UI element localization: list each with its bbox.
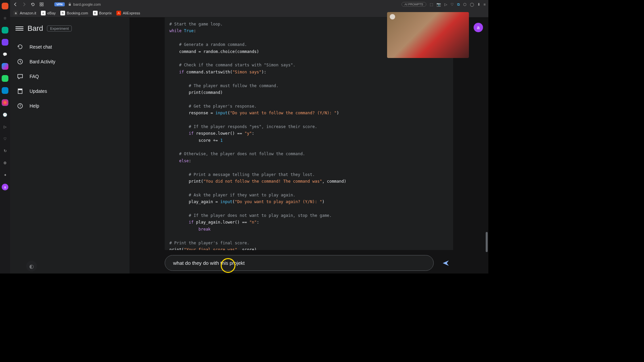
os-app-clock[interactable]: 🕐 [2, 111, 8, 118]
experiment-badge: Experiment [47, 25, 72, 32]
tabs-button[interactable] [39, 2, 44, 7]
lock-icon [68, 3, 71, 6]
browser-bar: VPN bard.google.com AI PROMPTS ⬚ 📷 ▷ ♡ ⧉… [10, 0, 488, 9]
sidebar-item-reset[interactable]: Reset chat [10, 40, 129, 54]
sidebar-label: Reset chat [30, 44, 52, 50]
webcam-pin-icon [390, 14, 395, 19]
ai-prompts-button[interactable]: AI PROMPTS [401, 2, 426, 7]
svg-rect-0 [40, 3, 41, 4]
os-app-telegram[interactable] [2, 87, 8, 94]
bookmark-bonprix[interactable]: BBonprix [93, 11, 112, 15]
ext-icon-1[interactable]: ⬚ [430, 2, 433, 7]
svg-rect-4 [69, 4, 71, 6]
os-app-instagram[interactable] [2, 99, 8, 106]
bookmark-booking[interactable]: BBooking.com [60, 11, 88, 15]
activity-icon [17, 58, 23, 65]
webcam-overlay [387, 12, 469, 58]
prompt-input[interactable] [165, 255, 434, 271]
input-area [129, 255, 488, 274]
os-app-chat2[interactable]: 💬 [2, 51, 8, 58]
os-app-messenger[interactable] [2, 63, 8, 70]
sidebar-label: Bard Activity [30, 59, 55, 64]
bookmark-amazon[interactable]: aAmazon.it [13, 11, 36, 15]
os-app-chat[interactable] [2, 39, 8, 46]
forward-button[interactable] [21, 2, 27, 7]
sidebar-item-help[interactable]: ? Help [10, 99, 129, 113]
svg-rect-2 [40, 5, 41, 6]
os-app-history[interactable]: ↻ [2, 147, 8, 154]
sidebar-item-activity[interactable]: Bard Activity [10, 54, 129, 69]
faq-icon [17, 73, 23, 80]
os-sidebar: ☆ 💬 🕐 ▷ ♡ ↻ ⚙ ✦ a [0, 0, 10, 274]
sidebar-label: Help [30, 103, 39, 109]
profile-icon[interactable]: ◯ [470, 2, 474, 7]
svg-text:?: ? [19, 104, 21, 108]
back-button[interactable] [13, 2, 18, 7]
bookmark-ebay[interactable]: eeBay [41, 11, 56, 15]
ext-icon-2[interactable]: 📷 [436, 2, 441, 7]
sidebar-label: Updates [30, 88, 47, 94]
svg-rect-7 [18, 89, 22, 90]
ext-icon-5[interactable]: ⧉ [457, 2, 460, 7]
vpn-badge[interactable]: VPN [54, 2, 65, 6]
sidebar-label: FAQ [30, 74, 39, 79]
menu-icon[interactable]: ≡ [484, 2, 486, 6]
help-icon: ? [17, 103, 23, 109]
os-app-settings[interactable]: ⚙ [2, 160, 8, 166]
ext-icon-6[interactable]: ⬡ [463, 2, 467, 7]
bard-logo: Bard [28, 24, 43, 33]
download-icon[interactable]: ⬇ [477, 2, 480, 7]
os-app-heart[interactable]: ♡ [2, 135, 8, 142]
url-text: bard.google.com [73, 2, 101, 6]
ext-icon-4[interactable]: ♡ [450, 2, 454, 7]
bard-header: Bard Experiment [10, 23, 129, 40]
os-app-avatar[interactable]: a [2, 184, 8, 190]
bard-sidebar: Bard Experiment Reset chat Bard Activity… [10, 17, 129, 274]
user-avatar[interactable]: a [474, 23, 483, 32]
bookmark-aliexpress[interactable]: AAliExpress [116, 11, 140, 15]
os-app-wand[interactable]: ✦ [2, 172, 8, 178]
os-app-game[interactable] [2, 27, 8, 34]
sidebar-item-updates[interactable]: Updates [10, 84, 129, 99]
url-bar[interactable]: bard.google.com [68, 2, 101, 6]
reset-icon [17, 44, 23, 50]
ext-icon-3[interactable]: ▷ [444, 2, 447, 7]
os-app-opera[interactable] [2, 3, 8, 9]
svg-rect-3 [42, 5, 43, 6]
reload-button[interactable] [30, 2, 36, 7]
updates-icon [17, 88, 23, 95]
os-app-whatsapp[interactable] [2, 75, 8, 82]
svg-rect-1 [42, 3, 43, 4]
theme-toggle[interactable]: ◐ [26, 261, 37, 272]
vertical-scrollbar[interactable] [486, 232, 488, 252]
os-app-star[interactable]: ☆ [2, 15, 8, 21]
send-button[interactable] [438, 256, 453, 270]
sidebar-item-faq[interactable]: FAQ [10, 69, 129, 84]
hamburger-menu[interactable] [15, 24, 23, 33]
os-app-play[interactable]: ▷ [2, 123, 8, 130]
